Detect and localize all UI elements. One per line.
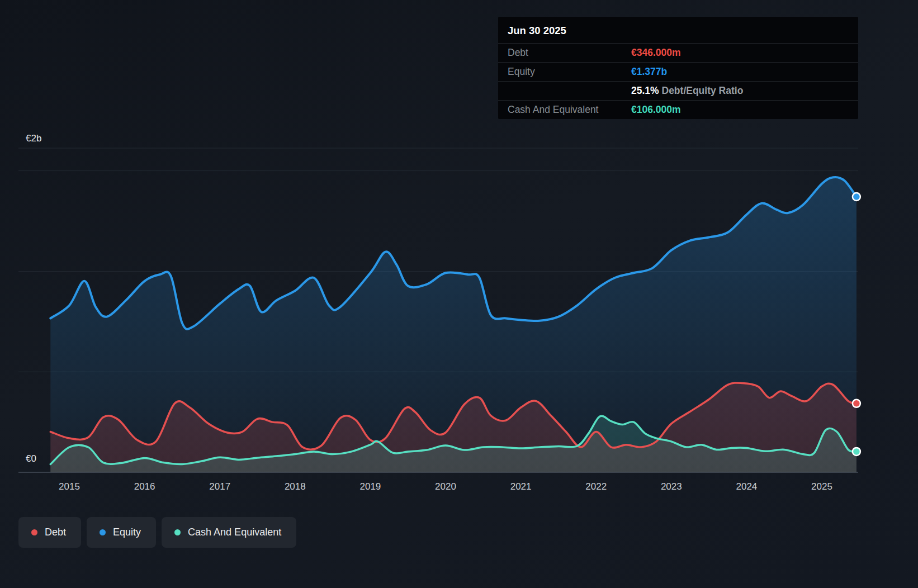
tooltip-date: Jun 30 2025 <box>498 17 858 43</box>
debt-dot-icon <box>31 529 37 535</box>
debt-endpoint-dot[interactable] <box>853 400 860 407</box>
debt-equity-chart-screen: €2b €0 201520162017201820192020202120222… <box>0 0 918 588</box>
y-axis-label-0: €0 <box>26 453 36 464</box>
legend-item-cash[interactable]: Cash And Equivalent <box>162 517 296 548</box>
tooltip: Jun 30 2025 Debt €346.000m Equity €1.377… <box>498 17 858 119</box>
tooltip-cash-label: Cash And Equivalent <box>508 104 631 116</box>
legend: Debt Equity Cash And Equivalent <box>18 517 296 548</box>
equity-dot-icon <box>100 529 106 535</box>
tooltip-cash-row: Cash And Equivalent €106.000m <box>498 100 858 119</box>
x-axis: 2015201620172018201920202021202220232024… <box>0 481 918 496</box>
legend-item-equity[interactable]: Equity <box>87 517 156 548</box>
tooltip-debt-value: €346.000m <box>631 47 681 59</box>
tooltip-equity-row: Equity €1.377b <box>498 62 858 81</box>
tooltip-debt-row: Debt €346.000m <box>498 43 858 62</box>
legend-equity-label: Equity <box>113 527 141 538</box>
cash-endpoint-dot[interactable] <box>853 448 860 456</box>
tooltip-equity-label: Equity <box>508 66 631 78</box>
legend-debt-label: Debt <box>45 527 66 538</box>
x-tick-2016: 2016 <box>134 481 155 492</box>
tooltip-ratio-row: 25.1% Debt/Equity Ratio <box>498 81 858 100</box>
legend-item-debt[interactable]: Debt <box>18 517 81 548</box>
x-tick-2015: 2015 <box>59 481 80 492</box>
tooltip-ratio-label: Debt/Equity Ratio <box>662 85 744 96</box>
y-axis-label-2b: €2b <box>26 133 41 144</box>
x-tick-2024: 2024 <box>736 481 757 492</box>
equity-endpoint-dot[interactable] <box>853 193 860 201</box>
tooltip-cash-value: €106.000m <box>631 104 681 116</box>
x-tick-2023: 2023 <box>661 481 682 492</box>
x-tick-2021: 2021 <box>510 481 532 492</box>
x-tick-2020: 2020 <box>435 481 456 492</box>
x-tick-2017: 2017 <box>209 481 230 492</box>
tooltip-debt-label: Debt <box>508 47 631 59</box>
legend-cash-label: Cash And Equivalent <box>188 527 281 538</box>
cash-dot-icon <box>174 529 181 535</box>
x-tick-2025: 2025 <box>811 481 832 492</box>
x-tick-2018: 2018 <box>285 481 306 492</box>
tooltip-ratio-value: 25.1% <box>631 85 659 96</box>
x-tick-2022: 2022 <box>585 481 607 492</box>
x-tick-2019: 2019 <box>359 481 381 492</box>
tooltip-equity-value: €1.377b <box>631 66 667 78</box>
